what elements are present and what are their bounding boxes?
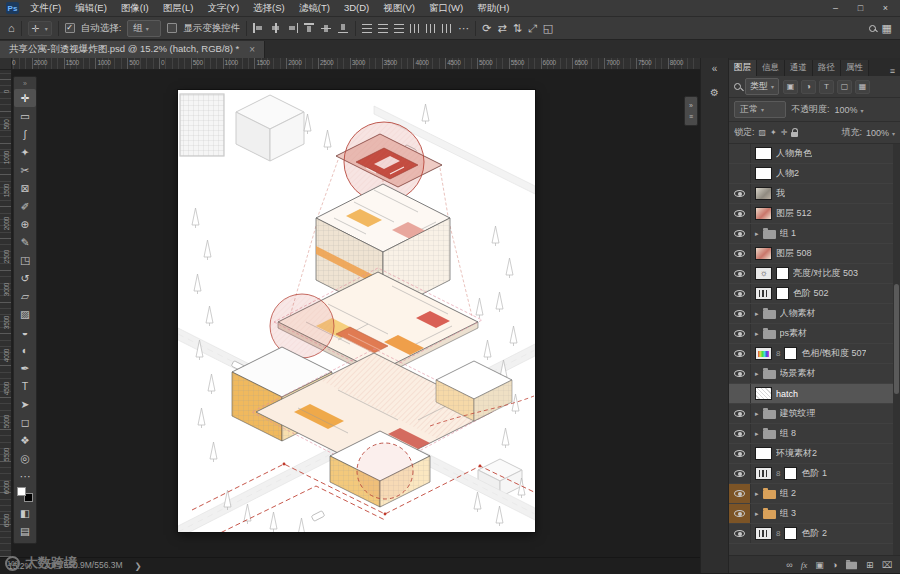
layer-visibility-toggle[interactable] xyxy=(729,304,751,323)
layer-row-main[interactable]: 8色相/饱和度 507 xyxy=(751,347,900,360)
layer-thumbnail[interactable] xyxy=(755,187,772,200)
layer-row[interactable]: ▸组 3 xyxy=(729,504,900,524)
layer-visibility-toggle[interactable] xyxy=(729,324,751,343)
3d-slide-icon[interactable]: ⤢ xyxy=(528,23,537,34)
layer-name[interactable]: 色相/饱和度 507 xyxy=(801,347,866,360)
layer-visibility-toggle[interactable] xyxy=(729,164,751,183)
menu-filter[interactable]: 滤镜(T) xyxy=(292,1,337,16)
layer-row-main[interactable]: ▸人物素材 xyxy=(751,307,900,320)
layer-name[interactable]: 组 1 xyxy=(780,227,797,240)
delete-layer-button[interactable]: ⌧ xyxy=(882,560,892,570)
menu-help[interactable]: 帮助(H) xyxy=(470,1,516,16)
layer-row-main[interactable]: ☼亮度/对比度 503 xyxy=(751,267,900,280)
pen-tool[interactable]: ✒ xyxy=(14,359,36,377)
marquee-tool[interactable]: ▭ xyxy=(14,107,36,125)
lock-paint-icon[interactable]: ✦ xyxy=(770,128,777,137)
menu-file[interactable]: 文件(F) xyxy=(23,1,68,16)
zoom-tool[interactable]: ◎ xyxy=(14,449,36,467)
layer-row-main[interactable]: ▸建筑纹理 xyxy=(751,407,900,420)
scrollbar-thumb[interactable] xyxy=(894,284,899,394)
align-left-button[interactable] xyxy=(253,23,264,33)
adjustment-filter-icon[interactable]: ◑ xyxy=(801,80,816,94)
panel-tab-路径[interactable]: 路径 xyxy=(813,60,841,76)
layer-name[interactable]: 人物角色 xyxy=(776,147,812,160)
layer-visibility-toggle[interactable] xyxy=(729,484,751,503)
layer-name[interactable]: 人物2 xyxy=(776,167,799,180)
layer-row-main[interactable]: ▸ps素材 xyxy=(751,327,900,340)
lock-all-icon[interactable] xyxy=(791,132,798,137)
layer-row[interactable]: ▸组 8 xyxy=(729,424,900,444)
menu-window[interactable]: 窗口(W) xyxy=(422,1,470,16)
quick-mask-button[interactable]: ◧ xyxy=(14,504,36,522)
group-caret-icon[interactable]: ▸ xyxy=(755,490,759,498)
menu-select[interactable]: 选择(S) xyxy=(246,1,292,16)
properties-panel-icon[interactable]: ⚙ xyxy=(704,84,726,100)
layer-row[interactable]: ▸组 2 xyxy=(729,484,900,504)
tool-preset-dropdown[interactable]: ✛ xyxy=(28,21,52,36)
screen-mode-button[interactable]: ▤ xyxy=(14,522,36,540)
layer-row[interactable]: ▸人物素材 xyxy=(729,304,900,324)
layer-row[interactable]: ▸建筑纹理 xyxy=(729,404,900,424)
link-layers-button[interactable]: ∞ xyxy=(786,560,792,570)
eraser-tool[interactable]: ▱ xyxy=(14,287,36,305)
show-transform-checkbox[interactable] xyxy=(167,23,177,33)
panel-tab-信息[interactable]: 信息 xyxy=(757,60,785,76)
color-swatches[interactable] xyxy=(17,487,33,502)
layer-thumbnail[interactable] xyxy=(755,167,772,180)
clone-stamp-tool[interactable]: ◳ xyxy=(14,251,36,269)
layers-scrollbar[interactable] xyxy=(893,144,900,555)
path-selection-tool[interactable]: ➤ xyxy=(14,395,36,413)
layer-row[interactable]: 图层 512 xyxy=(729,204,900,224)
hand-tool[interactable]: ❖ xyxy=(14,431,36,449)
layer-visibility-toggle[interactable] xyxy=(729,504,751,523)
vertical-ruler[interactable]: 0500100015002000250030003500400045005000… xyxy=(0,70,12,557)
auto-select-scope-dropdown[interactable]: 组 xyxy=(127,20,161,37)
crop-tool[interactable]: ✂ xyxy=(14,161,36,179)
panel-menu-icon[interactable]: ≡ xyxy=(885,66,900,76)
adjustment-thumbnail[interactable] xyxy=(755,467,772,480)
layer-mask-thumbnail[interactable] xyxy=(784,467,797,480)
menu-image[interactable]: 图像(I) xyxy=(114,1,156,16)
menu-edit[interactable]: 编辑(E) xyxy=(68,1,114,16)
type-filter-icon[interactable]: T xyxy=(819,80,834,94)
auto-select-checkbox[interactable]: ✓ xyxy=(65,23,75,33)
move-tool[interactable]: ✛ xyxy=(14,89,36,107)
status-options-arrow[interactable]: ❯ xyxy=(135,561,142,571)
layer-row[interactable]: ☼亮度/对比度 503 xyxy=(729,264,900,284)
layer-visibility-toggle[interactable] xyxy=(729,524,751,543)
layer-visibility-toggle[interactable] xyxy=(729,144,751,163)
layer-row[interactable]: ▸场景素材 xyxy=(729,364,900,384)
layer-visibility-toggle[interactable] xyxy=(729,464,751,483)
layer-name[interactable]: 环境素材2 xyxy=(776,447,817,460)
search-icon[interactable] xyxy=(869,25,876,32)
align-bottom-button[interactable] xyxy=(338,23,349,33)
layer-thumbnail[interactable] xyxy=(755,447,772,460)
canvas-overlay-widget[interactable]: »≡ xyxy=(684,96,698,126)
foreground-color-swatch[interactable] xyxy=(17,487,26,496)
layer-visibility-toggle[interactable] xyxy=(729,344,751,363)
layer-name[interactable]: 组 8 xyxy=(780,427,797,440)
layer-thumbnail[interactable] xyxy=(755,387,772,400)
panel-tab-通道[interactable]: 通道 xyxy=(785,60,813,76)
layer-row[interactable]: 8色相/饱和度 507 xyxy=(729,344,900,364)
layer-row-main[interactable]: ▸组 8 xyxy=(751,427,900,440)
layer-row-main[interactable]: 人物角色 xyxy=(751,147,900,160)
adjustment-thumbnail[interactable] xyxy=(755,287,772,300)
layer-name[interactable]: 建筑纹理 xyxy=(780,407,816,420)
layer-name[interactable]: 亮度/对比度 503 xyxy=(793,267,858,280)
shape-filter-icon[interactable]: ▢ xyxy=(837,80,852,94)
maximize-button[interactable]: □ xyxy=(848,3,873,13)
more-options-icon[interactable]: ⋯ xyxy=(458,23,469,34)
layer-row[interactable]: 人物2 xyxy=(729,164,900,184)
quick-selection-tool[interactable]: ✦ xyxy=(14,143,36,161)
layer-row[interactable]: 我 xyxy=(729,184,900,204)
distribute-vertical-middle-button[interactable] xyxy=(378,24,388,33)
layer-row-main[interactable]: 图层 508 xyxy=(751,247,900,260)
layer-name[interactable]: 色阶 502 xyxy=(793,287,829,300)
layer-row-main[interactable]: 8色阶 1 xyxy=(751,467,900,480)
layer-visibility-toggle[interactable] xyxy=(729,364,751,383)
blend-mode-dropdown[interactable]: 正常 xyxy=(734,101,786,118)
layer-mask-thumbnail[interactable] xyxy=(784,527,797,540)
new-layer-button[interactable]: ⊞ xyxy=(866,560,874,570)
3d-drag-icon[interactable]: ⇅ xyxy=(513,23,522,34)
